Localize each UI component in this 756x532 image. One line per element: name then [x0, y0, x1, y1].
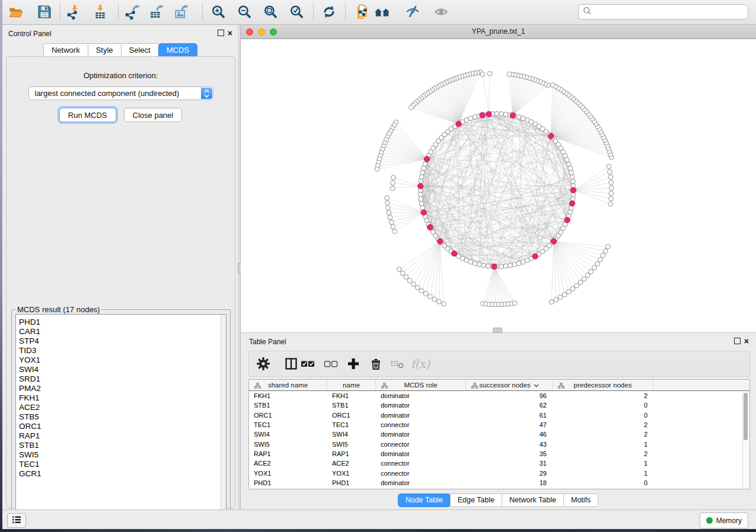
search-input[interactable] [592, 7, 748, 17]
tab-style[interactable]: Style [88, 43, 122, 57]
mcds-result-list[interactable]: PHD1CAR1STP4TID3YOX1SWI4SRD1PMA2FKH1ACE2… [15, 314, 227, 514]
network-graph[interactable] [241, 39, 756, 332]
style-eye-button[interactable] [403, 2, 423, 22]
main-toolbar [2, 0, 756, 25]
mcds-result-item[interactable]: PHD1 [16, 318, 226, 327]
deselect-all-button[interactable] [321, 354, 341, 374]
table-row[interactable]: RAP1RAP1dominator352 [249, 449, 749, 459]
memory-button[interactable]: Memory [700, 512, 748, 528]
status-bar: Memory [2, 509, 756, 529]
mcds-result-item[interactable]: GCR1 [16, 469, 226, 479]
search-box[interactable] [578, 4, 748, 20]
network-canvas[interactable] [241, 39, 756, 332]
memory-label: Memory [716, 517, 742, 525]
show-hide-eye-button[interactable] [431, 2, 451, 22]
mcds-result-item[interactable]: SWI4 [16, 365, 226, 374]
cell-MCDS-role: connector [376, 421, 466, 428]
minimize-window-icon[interactable] [258, 28, 265, 36]
add-button[interactable] [343, 354, 363, 374]
task-history-button[interactable] [7, 513, 26, 528]
delete-button[interactable] [366, 354, 386, 374]
mcds-result-item[interactable]: PMA2 [16, 384, 226, 393]
export-network-button[interactable] [123, 2, 143, 22]
zoom-in-button[interactable] [208, 2, 228, 22]
column-header-successor-nodes[interactable]: successor nodes [466, 380, 553, 390]
cell-MCDS-role: connector [376, 441, 466, 448]
mcds-result-item[interactable]: ACE2 [16, 403, 226, 412]
mcds-result-item[interactable]: STB5 [16, 412, 226, 422]
import-table-button[interactable] [90, 2, 110, 22]
close-window-icon[interactable] [246, 28, 253, 36]
document-share-button[interactable] [352, 2, 372, 22]
gear-button[interactable] [253, 354, 273, 374]
mcds-result-item[interactable]: STP4 [16, 336, 226, 346]
criterion-value: largest connected component (undirected) [35, 89, 180, 98]
column-header-name[interactable]: name [327, 380, 376, 390]
mcds-result-item[interactable]: SWI5 [16, 450, 226, 460]
mcds-result-item[interactable]: TID3 [16, 346, 226, 355]
mcds-result-item[interactable]: STB1 [16, 441, 226, 450]
tab-motifs[interactable]: Motifs [563, 493, 598, 507]
control-panel-title: Control Panel [8, 30, 52, 38]
mcds-result-item[interactable]: YOX1 [16, 355, 226, 365]
float-panel-icon[interactable] [218, 30, 224, 36]
zoom-out-button[interactable] [234, 2, 254, 22]
table-row[interactable]: TEC1TEC1connector472 [249, 420, 749, 430]
table-panel-title: Table Panel [249, 338, 286, 346]
close-panel-icon[interactable]: × [228, 30, 232, 36]
column-header-predecessor-nodes[interactable]: predecessor nodes [553, 380, 653, 390]
horizontal-splitter-grip[interactable] [493, 328, 502, 333]
cell-name: STB1 [327, 402, 376, 409]
cell-predecessor-nodes: 2 [553, 392, 653, 399]
mcds-result-item[interactable]: SRD1 [16, 374, 226, 384]
mcds-list-scrollbar[interactable] [221, 315, 226, 514]
table-row[interactable]: PHD1PHD1dominator180 [249, 478, 749, 488]
refresh-button[interactable] [319, 2, 339, 22]
export-image-button[interactable] [171, 2, 192, 22]
node-table-rows: FKH1FKH1dominator962STB1STB1dominator620… [249, 391, 749, 488]
export-table-button[interactable] [146, 2, 167, 22]
table-row[interactable]: SWI5SWI5connector431 [249, 439, 749, 448]
table-row[interactable]: STB1STB1dominator620 [249, 400, 749, 410]
tab-network[interactable]: Network [43, 43, 88, 57]
tab-mcds[interactable]: MCDS [158, 43, 197, 57]
mcds-result-item[interactable]: ORC1 [16, 422, 226, 431]
mcds-result-item[interactable]: FKH1 [16, 393, 226, 403]
tab-edge-table[interactable]: Edge Table [450, 493, 502, 507]
mcds-result-item[interactable]: TEC1 [16, 460, 226, 469]
close-table-panel-icon[interactable]: × [744, 338, 749, 344]
hierarchy-icon [254, 383, 261, 390]
optimization-criterion-select[interactable]: largest connected component (undirected) [28, 86, 213, 100]
mcds-result-item[interactable]: RAP1 [16, 431, 226, 441]
column-header-MCDS-role[interactable]: MCDS role [376, 380, 466, 390]
close-panel-button[interactable]: Close panel [124, 108, 183, 122]
table-scrollbar[interactable] [742, 392, 749, 488]
list-menu-icon [12, 515, 21, 526]
tab-network-table[interactable]: Network Table [502, 493, 564, 507]
cell-successor-nodes: 61 [466, 412, 553, 419]
open-folder-button[interactable] [6, 2, 26, 22]
toolbar-separator [345, 4, 346, 20]
table-scrollbar-thumb[interactable] [744, 393, 748, 440]
run-mcds-button[interactable]: Run MCDS [59, 108, 116, 122]
cell-shared-name: ORC1 [249, 412, 327, 419]
zoom-fit-button[interactable] [260, 2, 280, 22]
select-all-button[interactable] [298, 354, 318, 374]
cell-shared-name: PHD1 [249, 479, 327, 486]
column-header-shared-name[interactable]: shared name [249, 380, 327, 390]
mcds-result-item[interactable]: CAR1 [16, 327, 226, 336]
table-row[interactable]: ORC1ORC1dominator610 [249, 411, 749, 420]
cell-predecessor-nodes: 2 [553, 450, 653, 457]
float-table-panel-icon[interactable] [734, 338, 741, 344]
table-row[interactable]: YOX1YOX1connector291 [249, 468, 749, 477]
table-row[interactable]: ACE2ACE2connector311 [249, 459, 749, 468]
table-row[interactable]: FKH1FKH1dominator962 [249, 391, 749, 400]
tab-select[interactable]: Select [121, 43, 159, 57]
save-button[interactable] [34, 2, 55, 22]
tab-node-table[interactable]: Node Table [398, 493, 451, 507]
zoom-selected-button[interactable] [286, 2, 307, 22]
table-row[interactable]: SWI4SWI4dominator462 [249, 430, 749, 439]
import-network-button[interactable] [65, 2, 85, 22]
maximize-window-icon[interactable] [270, 28, 277, 36]
home-pair-button[interactable] [372, 2, 393, 22]
